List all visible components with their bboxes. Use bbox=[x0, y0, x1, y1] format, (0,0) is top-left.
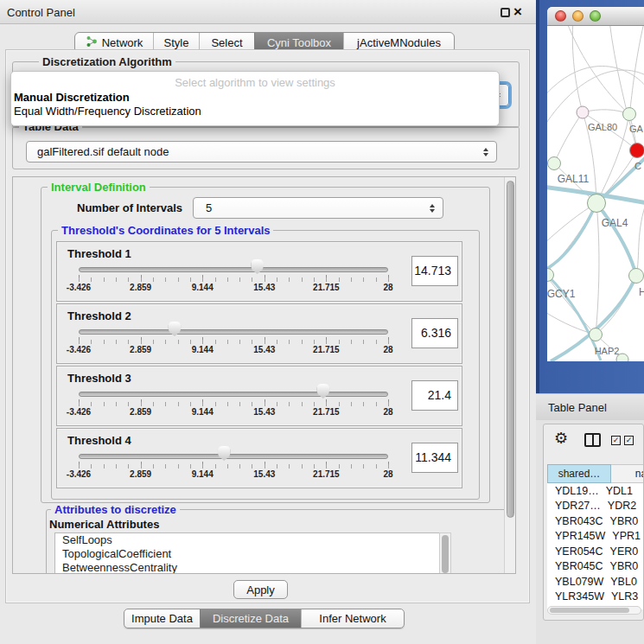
node-gal11[interactable] bbox=[548, 157, 561, 170]
checkbox-icon[interactable]: ✓ bbox=[611, 436, 621, 445]
combo-stepper-icon bbox=[482, 148, 489, 156]
node-label-gal4: GAL4 bbox=[602, 217, 628, 229]
threshold-4-value-field[interactable]: 11.344 bbox=[411, 443, 458, 473]
node-red-selected[interactable] bbox=[630, 143, 644, 158]
table-rows: YDL19…YDL1 YDR27…YDR2 YBR043CYBR0 YPR145… bbox=[547, 483, 644, 609]
control-panel-titlebar: Control Panel × bbox=[0, 0, 536, 24]
numerical-attributes-label: Numerical Attributes bbox=[49, 518, 159, 531]
list-item[interactable]: TopologicalCoefficient bbox=[55, 547, 450, 561]
node-hap2[interactable] bbox=[590, 328, 603, 341]
number-of-intervals-value: 5 bbox=[194, 201, 429, 214]
slider-tick-labels: -3.426 2.859 9.144 15.43 21.715 28 bbox=[79, 283, 388, 294]
table-row[interactable]: YBR045CYBR0 bbox=[547, 559, 644, 575]
threshold-4-slider-thumb[interactable] bbox=[218, 446, 231, 461]
node-gal4[interactable] bbox=[588, 194, 606, 213]
node-label-gal80: GAL80 bbox=[588, 122, 617, 132]
algorithm-dropdown-popup: Select algorithm to view settings Manual… bbox=[10, 71, 500, 126]
scrollbar-thumb[interactable] bbox=[550, 608, 629, 613]
slider-tick-labels: -3.426 2.859 9.144 15.43 21.715 28 bbox=[79, 469, 388, 481]
float-window-icon[interactable] bbox=[501, 8, 510, 17]
table-row[interactable]: YDL19…YDL1 bbox=[547, 483, 644, 499]
node-ga[interactable] bbox=[623, 108, 636, 121]
threshold-1-value-field[interactable]: 14.713 bbox=[411, 256, 458, 286]
slider-tick-labels: -3.426 2.859 9.144 15.43 21.715 28 bbox=[79, 345, 388, 356]
threshold-3-panel: Threshold 3 -3.426 2.859 9.144 15.43 21.… bbox=[56, 366, 462, 426]
columns-icon[interactable] bbox=[584, 433, 601, 447]
attributes-list-scrollbar[interactable] bbox=[439, 532, 451, 574]
settings-vertical-scrollbar[interactable] bbox=[504, 177, 515, 573]
gear-icon[interactable]: ⚙ bbox=[554, 429, 568, 447]
dropdown-placeholder: Select algorithm to view settings bbox=[11, 72, 499, 91]
list-item[interactable]: SelfLoops bbox=[55, 533, 450, 547]
number-of-intervals-label: Number of Intervals bbox=[77, 201, 182, 214]
minimize-window-icon[interactable] bbox=[572, 10, 583, 22]
table-row[interactable]: YBR043CYBR0 bbox=[547, 513, 644, 529]
threshold-3-slider-thumb[interactable] bbox=[316, 384, 329, 399]
node-label-c: C bbox=[634, 161, 641, 171]
dropdown-option-equal-width-frequency[interactable]: Equal Width/Frequency Discretization bbox=[11, 105, 499, 118]
slider-minor-ticks bbox=[79, 464, 390, 469]
table-row[interactable]: YER054CYER0 bbox=[547, 544, 644, 559]
column-header-shared-name[interactable]: shared… bbox=[547, 464, 611, 483]
node-label-gcy1: GCY1 bbox=[547, 288, 576, 300]
settings-scrollpane: Interval Definition Number of Intervals … bbox=[12, 176, 516, 574]
table-data-combobox[interactable]: galFiltered.sif default node bbox=[26, 141, 497, 163]
table-header: shared… na bbox=[547, 464, 644, 483]
threshold-2-value-field[interactable]: 6.316 bbox=[411, 318, 458, 348]
scrollbar-thumb[interactable] bbox=[507, 181, 514, 518]
node-label-gal11: GAL11 bbox=[558, 173, 590, 185]
table-data-selected-value: galFiltered.sif default node bbox=[27, 145, 482, 158]
list-item[interactable]: BetweennessCentrality bbox=[55, 561, 450, 574]
table-panel-titlebar: Table Panel bbox=[536, 393, 644, 420]
threshold-4-panel: Threshold 4 -3.426 2.859 9.144 15.43 21.… bbox=[56, 428, 462, 488]
interval-definition-title: Interval Definition bbox=[48, 181, 150, 194]
threshold-2-slider-thumb[interactable] bbox=[168, 322, 181, 336]
table-row[interactable]: YPR145WYPR1 bbox=[547, 529, 644, 545]
tab-infer-network[interactable]: Infer Network bbox=[301, 609, 404, 628]
slider-minor-ticks bbox=[79, 277, 390, 282]
table-panel: ⚙ ✓ ✓ shared… na YDL19…YDL1 YDR27…YDR2 Y… bbox=[543, 424, 644, 621]
node-label-hap2: HAP2 bbox=[595, 346, 620, 356]
thresholds-group-title: Threshold's Coordinates for 5 Intervals bbox=[58, 224, 273, 237]
threshold-1-slider-thumb[interactable] bbox=[251, 259, 264, 274]
bottom-tabbar: Impute Data Discretize Data Infer Networ… bbox=[124, 609, 405, 628]
number-of-intervals-combobox[interactable]: 5 bbox=[193, 197, 443, 219]
numerical-attributes-list: SelfLoops TopologicalCoefficient Between… bbox=[54, 532, 451, 574]
discretization-algorithm-group-title: Discretization Algorithm bbox=[39, 55, 175, 68]
threshold-3-value-field[interactable]: 21.4 bbox=[411, 380, 458, 411]
tab-label: Network bbox=[102, 36, 143, 49]
network-canvas[interactable]: GAL80 GA C GAL11 GAL4 GCY1 H HAP2 bbox=[547, 26, 644, 361]
table-row[interactable]: YBL079WYBL0 bbox=[547, 574, 644, 590]
column-header-name[interactable]: na bbox=[611, 464, 644, 483]
threshold-1-panel: Threshold 1 -3.426 2.859 9.144 15.43 21.… bbox=[56, 241, 462, 302]
combo-stepper-icon bbox=[429, 204, 436, 213]
node-gal80[interactable] bbox=[577, 106, 589, 118]
close-window-icon[interactable] bbox=[555, 10, 566, 22]
close-icon[interactable]: × bbox=[513, 3, 522, 22]
apply-button[interactable]: Apply bbox=[233, 580, 288, 599]
node-label-h: H bbox=[639, 286, 644, 298]
checkbox-icon[interactable]: ✓ bbox=[624, 436, 634, 445]
network-window-titlebar bbox=[547, 7, 644, 26]
network-window: GAL80 GA C GAL11 GAL4 GCY1 H HAP2 bbox=[547, 7, 644, 361]
threshold-2-panel: Threshold 2 -3.426 2.859 9.144 15.43 21.… bbox=[56, 303, 462, 364]
node-h[interactable] bbox=[629, 269, 644, 284]
table-row[interactable]: YDR27…YDR2 bbox=[547, 499, 644, 514]
attributes-group-title: Attributes to discretize bbox=[51, 503, 180, 516]
tab-impute-data[interactable]: Impute Data bbox=[124, 609, 200, 628]
table-horizontal-scrollbar[interactable] bbox=[547, 606, 641, 615]
slider-minor-ticks bbox=[79, 340, 390, 344]
slider-minor-ticks bbox=[79, 402, 390, 406]
table-panel-title: Table Panel bbox=[548, 401, 607, 414]
table-row[interactable]: YLR345WYLR3 bbox=[547, 590, 644, 605]
dropdown-option-manual-discretization[interactable]: Manual Discretization bbox=[11, 91, 499, 105]
node-label-ga: GA bbox=[629, 124, 644, 134]
panel-title: Control Panel bbox=[7, 6, 75, 19]
slider-tick-labels: -3.426 2.859 9.144 15.43 21.715 28 bbox=[79, 407, 388, 418]
zoom-window-icon[interactable] bbox=[590, 10, 601, 22]
network-icon bbox=[86, 35, 98, 50]
tab-discretize-data[interactable]: Discretize Data bbox=[200, 609, 301, 628]
